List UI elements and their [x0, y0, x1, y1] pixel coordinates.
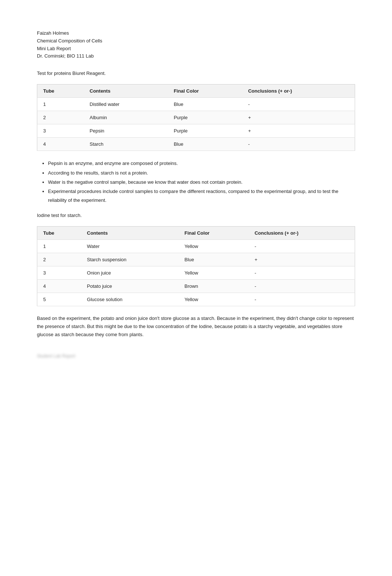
conclusion-text: Based on the experiment, the potato and …	[37, 314, 355, 339]
table-cell: Starch	[84, 138, 168, 151]
footer-blurred: Student Lab Report	[37, 353, 355, 359]
table-cell: 4	[37, 138, 84, 151]
header-line4: Dr. Cominski; BIO 111 Lab	[37, 52, 355, 60]
table-cell: -	[249, 280, 355, 293]
list-item: Pepsin is an enzyme, and enzyme are comp…	[48, 159, 355, 168]
col-tube-1: Tube	[37, 84, 84, 98]
table-cell: Purple	[168, 111, 243, 124]
col-finalcolor-1: Final Color	[168, 84, 243, 98]
table-cell: Distilled water	[84, 98, 168, 111]
table-cell: Brown	[179, 280, 249, 293]
table-cell: Onion juice	[81, 266, 179, 280]
section1-table: Tube Contents Final Color Conclusions (+…	[37, 84, 355, 151]
table-cell: 2	[37, 111, 84, 124]
table-cell: Yellow	[179, 266, 249, 280]
col-conclusions-1: Conclusions (+ or-)	[242, 84, 355, 98]
table-cell: Purple	[168, 124, 243, 138]
table-row: 2Starch suspensionBlue+	[37, 253, 355, 266]
table-cell: -	[242, 98, 355, 111]
table-cell: -	[249, 240, 355, 253]
table-cell: Yellow	[179, 293, 249, 306]
section1-table-header-row: Tube Contents Final Color Conclusions (+…	[37, 84, 355, 98]
table-cell: -	[249, 266, 355, 280]
table-cell: Potato juice	[81, 280, 179, 293]
table-cell: 1	[37, 240, 81, 253]
table-cell: 2	[37, 253, 81, 266]
table-cell: 1	[37, 98, 84, 111]
table-cell: 5	[37, 293, 81, 306]
table-cell: Pepsin	[84, 124, 168, 138]
table-row: 2AlbuminPurple+	[37, 111, 355, 124]
table-cell: +	[249, 253, 355, 266]
col-conclusions-2: Conclusions (+ or-)	[249, 227, 355, 240]
col-contents-1: Contents	[84, 84, 168, 98]
table-row: 1WaterYellow-	[37, 240, 355, 253]
table-row: 4Potato juiceBrown-	[37, 280, 355, 293]
table-row: 5Glucose solutionYellow-	[37, 293, 355, 306]
table-cell: 4	[37, 280, 81, 293]
header-line2: Chemical Composition of Cells	[37, 37, 355, 45]
section2-label: Iodine test for starch.	[37, 213, 355, 218]
table-row: 3PepsinPurple+	[37, 124, 355, 138]
table-cell: 3	[37, 266, 81, 280]
header-line3: Mini Lab Report	[37, 45, 355, 53]
table-cell: Blue	[168, 98, 243, 111]
header-line1: Faizah Holmes	[37, 30, 355, 37]
col-tube-2: Tube	[37, 227, 81, 240]
table-cell: Starch suspension	[81, 253, 179, 266]
list-item: Water is the negative control sample, be…	[48, 178, 355, 186]
table-cell: Albumin	[84, 111, 168, 124]
table-cell: +	[242, 111, 355, 124]
section1-label: Test for proteins Biuret Reagent.	[37, 70, 355, 76]
table-cell: Glucose solution	[81, 293, 179, 306]
table-cell: +	[242, 124, 355, 138]
bullet-list: Pepsin is an enzyme, and enzyme are comp…	[37, 159, 355, 204]
section2-table-header-row: Tube Contents Final Color Conclusions (+…	[37, 227, 355, 240]
table-cell: 3	[37, 124, 84, 138]
col-contents-2: Contents	[81, 227, 179, 240]
table-cell: -	[242, 138, 355, 151]
table-row: 4StarchBlue-	[37, 138, 355, 151]
table-cell: Blue	[168, 138, 243, 151]
list-item: Experimental procedures include control …	[48, 187, 355, 204]
section2-table: Tube Contents Final Color Conclusions (+…	[37, 226, 355, 306]
table-cell: Water	[81, 240, 179, 253]
list-item: According to the results, starch is not …	[48, 169, 355, 177]
table-row: 3Onion juiceYellow-	[37, 266, 355, 280]
table-cell: Yellow	[179, 240, 249, 253]
table-cell: -	[249, 293, 355, 306]
header-block: Faizah Holmes Chemical Composition of Ce…	[37, 30, 355, 60]
table-cell: Blue	[179, 253, 249, 266]
col-finalcolor-2: Final Color	[179, 227, 249, 240]
table-row: 1Distilled waterBlue-	[37, 98, 355, 111]
